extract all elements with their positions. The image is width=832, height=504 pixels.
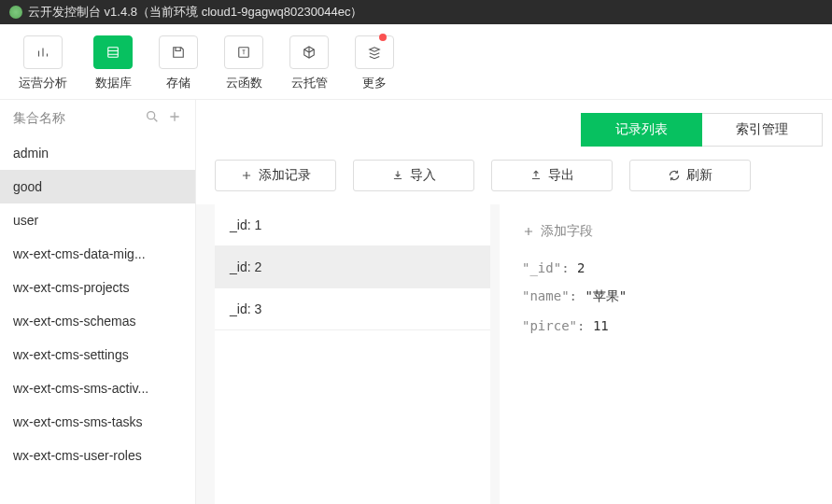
nav-label: 运营分析 [19, 75, 67, 91]
database-icon [105, 44, 121, 61]
app-icon [9, 6, 22, 19]
sidebar-header: 集合名称 [0, 100, 195, 136]
sidebar-header-label: 集合名称 [13, 110, 137, 127]
button-label: 导入 [410, 167, 436, 184]
add-collection-icon[interactable] [167, 109, 182, 127]
action-bar: 添加记录 导入 导出 刷新 [196, 147, 832, 204]
detail-panel: 添加字段 "_id": 2 "name": "苹果" "pirce": 11 [500, 204, 832, 504]
collection-item[interactable]: wx-ext-cms-data-mig... [0, 237, 195, 271]
button-label: 添加记录 [259, 167, 311, 184]
search-icon[interactable] [145, 109, 160, 127]
doc-value: 11 [593, 318, 609, 333]
nav-functions[interactable]: 云函数 [224, 35, 263, 91]
nav-analytics[interactable]: 运营分析 [19, 35, 67, 91]
nav-hosting[interactable]: 云托管 [289, 35, 329, 91]
records-panel: _id: 1 _id: 2 _id: 3 [215, 204, 490, 504]
upload-icon [529, 169, 543, 182]
collection-list: admin good user wx-ext-cms-data-mig... w… [0, 136, 195, 504]
titlebar-text: 云开发控制台 v1.4.8（当前环境 cloud1-9gagwq80230044… [28, 4, 362, 21]
nav-label: 更多 [362, 75, 387, 91]
svg-rect-0 [108, 48, 119, 58]
collection-item[interactable]: wx-ext-cms-sms-tasks [0, 405, 195, 439]
record-row[interactable]: _id: 1 [215, 204, 490, 246]
doc-field[interactable]: "_id": 2 [522, 260, 810, 275]
refresh-icon [668, 169, 681, 182]
add-record-button[interactable]: 添加记录 [215, 160, 336, 191]
svg-point-2 [148, 112, 155, 119]
doc-value: "苹果" [585, 288, 627, 303]
record-row[interactable]: _id: 2 [215, 246, 490, 288]
function-icon [235, 44, 252, 61]
notification-dot [379, 34, 387, 41]
add-field-label: 添加字段 [541, 223, 593, 240]
tab-records[interactable]: 记录列表 [581, 113, 702, 147]
collection-item[interactable]: wx-ext-cms-schemas [0, 304, 195, 338]
content: 记录列表 索引管理 添加记录 导入 导出 刷新 _id: 1 [196, 100, 832, 504]
nav-label: 数据库 [95, 75, 132, 91]
save-icon [170, 44, 187, 61]
nav-more[interactable]: 更多 [355, 35, 394, 91]
top-nav: 运营分析 数据库 存储 云函数 云托管 更多 [0, 24, 832, 100]
bar-chart-icon [35, 44, 51, 61]
doc-field[interactable]: "pirce": 11 [522, 318, 810, 333]
nav-label: 存储 [166, 75, 190, 91]
collection-item[interactable]: admin [0, 136, 195, 170]
doc-field[interactable]: "name": "苹果" [522, 288, 810, 305]
cube-icon [301, 44, 317, 61]
collection-item[interactable]: good [0, 170, 195, 203]
tab-indexes[interactable]: 索引管理 [702, 113, 823, 147]
titlebar: 云开发控制台 v1.4.8（当前环境 cloud1-9gagwq80230044… [0, 0, 832, 24]
collection-item[interactable]: user [0, 203, 195, 237]
collection-item[interactable]: wx-ext-cms-projects [0, 271, 195, 304]
sidebar: 集合名称 admin good user wx-ext-cms-data-mig… [0, 100, 196, 504]
import-button[interactable]: 导入 [353, 160, 474, 191]
button-label: 刷新 [686, 167, 712, 184]
nav-database[interactable]: 数据库 [93, 35, 133, 91]
record-row[interactable]: _id: 3 [215, 288, 490, 330]
collection-item[interactable]: wx-ext-cms-user-roles [0, 439, 195, 472]
content-tabs: 记录列表 索引管理 [196, 100, 832, 147]
collection-item[interactable]: wx-ext-cms-sms-activ... [0, 371, 195, 405]
collection-item[interactable]: wx-ext-cms-settings [0, 338, 195, 371]
doc-key: "pirce" [522, 318, 577, 333]
plus-icon [522, 225, 535, 238]
nav-storage[interactable]: 存储 [159, 35, 198, 91]
layers-icon [366, 44, 383, 61]
plus-icon [240, 169, 253, 182]
button-label: 导出 [548, 167, 574, 184]
doc-key: "name" [522, 288, 570, 303]
add-field-button[interactable]: 添加字段 [522, 223, 810, 240]
nav-label: 云函数 [226, 75, 262, 91]
data-area: _id: 1 _id: 2 _id: 3 添加字段 "_id": 2 "name… [196, 204, 832, 504]
export-button[interactable]: 导出 [491, 160, 613, 191]
nav-label: 云托管 [291, 75, 328, 91]
refresh-button[interactable]: 刷新 [629, 160, 751, 191]
doc-value: 2 [577, 260, 585, 275]
doc-key: "_id" [522, 260, 561, 275]
download-icon [391, 169, 404, 182]
